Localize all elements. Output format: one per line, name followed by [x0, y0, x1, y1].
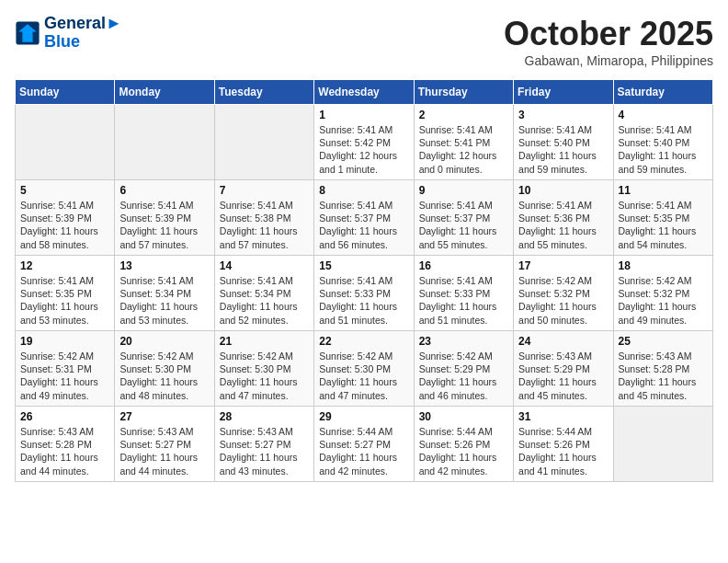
calendar-cell: 12Sunrise: 5:41 AMSunset: 5:35 PMDayligh… [16, 256, 115, 331]
day-of-week-header: Monday [115, 80, 214, 105]
day-number: 11 [619, 184, 708, 197]
calendar-cell: 1Sunrise: 5:41 AMSunset: 5:42 PMDaylight… [314, 105, 414, 180]
day-number: 30 [419, 410, 508, 423]
day-info: Sunrise: 5:41 AMSunset: 5:35 PMDaylight:… [619, 199, 708, 251]
calendar-cell: 18Sunrise: 5:42 AMSunset: 5:32 PMDayligh… [613, 256, 712, 331]
day-of-week-header: Saturday [613, 80, 712, 105]
calendar-cell: 16Sunrise: 5:41 AMSunset: 5:33 PMDayligh… [414, 256, 513, 331]
calendar-cell: 21Sunrise: 5:42 AMSunset: 5:30 PMDayligh… [214, 331, 313, 407]
calendar-cell: 19Sunrise: 5:42 AMSunset: 5:31 PMDayligh… [16, 331, 115, 407]
day-info: Sunrise: 5:41 AMSunset: 5:42 PMDaylight:… [319, 123, 408, 176]
day-of-week-header: Thursday [414, 80, 513, 105]
day-number: 31 [518, 410, 608, 423]
day-info: Sunrise: 5:43 AMSunset: 5:29 PMDaylight:… [518, 350, 608, 402]
logo-text: General► Blue [44, 15, 122, 52]
day-number: 20 [119, 335, 209, 348]
day-number: 2 [419, 109, 508, 121]
page-header: General► Blue October 2025 Gabawan, Mima… [15, 15, 713, 68]
calendar-cell: 4Sunrise: 5:41 AMSunset: 5:40 PMDaylight… [613, 105, 712, 180]
day-number: 29 [319, 410, 408, 423]
day-info: Sunrise: 5:41 AMSunset: 5:40 PMDaylight:… [518, 123, 608, 176]
calendar-cell: 28Sunrise: 5:43 AMSunset: 5:27 PMDayligh… [214, 407, 313, 482]
day-number: 24 [518, 335, 608, 348]
calendar-week-row: 1Sunrise: 5:41 AMSunset: 5:42 PMDaylight… [16, 105, 713, 180]
calendar-cell: 14Sunrise: 5:41 AMSunset: 5:34 PMDayligh… [214, 256, 313, 331]
day-info: Sunrise: 5:43 AMSunset: 5:28 PMDaylight:… [20, 425, 109, 477]
day-info: Sunrise: 5:42 AMSunset: 5:29 PMDaylight:… [419, 350, 508, 402]
calendar-cell: 20Sunrise: 5:42 AMSunset: 5:30 PMDayligh… [115, 331, 214, 407]
day-info: Sunrise: 5:42 AMSunset: 5:32 PMDaylight:… [518, 274, 608, 327]
calendar-cell: 6Sunrise: 5:41 AMSunset: 5:39 PMDaylight… [115, 180, 214, 256]
day-info: Sunrise: 5:41 AMSunset: 5:37 PMDaylight:… [319, 199, 408, 251]
calendar-cell: 10Sunrise: 5:41 AMSunset: 5:36 PMDayligh… [514, 180, 613, 256]
day-info: Sunrise: 5:41 AMSunset: 5:35 PMDaylight:… [20, 274, 109, 327]
calendar-cell: 11Sunrise: 5:41 AMSunset: 5:35 PMDayligh… [613, 180, 712, 256]
calendar-week-row: 5Sunrise: 5:41 AMSunset: 5:39 PMDaylight… [16, 180, 713, 256]
calendar-cell: 22Sunrise: 5:42 AMSunset: 5:30 PMDayligh… [314, 331, 414, 407]
calendar-cell: 17Sunrise: 5:42 AMSunset: 5:32 PMDayligh… [514, 256, 613, 331]
day-number: 17 [518, 259, 608, 272]
day-number: 9 [419, 184, 508, 197]
calendar-week-row: 12Sunrise: 5:41 AMSunset: 5:35 PMDayligh… [16, 256, 713, 331]
day-info: Sunrise: 5:44 AMSunset: 5:26 PMDaylight:… [419, 425, 508, 477]
day-info: Sunrise: 5:43 AMSunset: 5:28 PMDaylight:… [619, 350, 708, 402]
day-number: 12 [20, 259, 109, 272]
calendar-cell: 31Sunrise: 5:44 AMSunset: 5:26 PMDayligh… [514, 407, 613, 482]
day-info: Sunrise: 5:44 AMSunset: 5:26 PMDaylight:… [518, 425, 608, 477]
day-info: Sunrise: 5:42 AMSunset: 5:31 PMDaylight:… [20, 350, 109, 402]
calendar-cell: 24Sunrise: 5:43 AMSunset: 5:29 PMDayligh… [514, 331, 613, 407]
day-number: 1 [319, 109, 408, 121]
day-number: 15 [319, 259, 408, 272]
day-of-week-header: Tuesday [214, 80, 313, 105]
day-number: 19 [20, 335, 109, 348]
day-info: Sunrise: 5:42 AMSunset: 5:30 PMDaylight:… [119, 350, 209, 402]
day-number: 22 [319, 335, 408, 348]
calendar-cell: 23Sunrise: 5:42 AMSunset: 5:29 PMDayligh… [414, 331, 513, 407]
day-number: 25 [619, 335, 708, 348]
month-title: October 2025 [504, 15, 713, 53]
day-info: Sunrise: 5:44 AMSunset: 5:27 PMDaylight:… [319, 425, 408, 477]
calendar-cell: 26Sunrise: 5:43 AMSunset: 5:28 PMDayligh… [16, 407, 115, 482]
day-info: Sunrise: 5:42 AMSunset: 5:32 PMDaylight:… [619, 274, 708, 327]
calendar-cell [115, 105, 214, 180]
day-info: Sunrise: 5:41 AMSunset: 5:39 PMDaylight:… [119, 199, 209, 251]
day-info: Sunrise: 5:41 AMSunset: 5:34 PMDaylight:… [220, 274, 309, 327]
day-number: 14 [220, 259, 309, 272]
calendar-week-row: 26Sunrise: 5:43 AMSunset: 5:28 PMDayligh… [16, 407, 713, 482]
day-number: 23 [419, 335, 508, 348]
calendar-cell: 8Sunrise: 5:41 AMSunset: 5:37 PMDaylight… [314, 180, 414, 256]
calendar-cell: 25Sunrise: 5:43 AMSunset: 5:28 PMDayligh… [613, 331, 712, 407]
calendar-week-row: 19Sunrise: 5:42 AMSunset: 5:31 PMDayligh… [16, 331, 713, 407]
day-number: 8 [319, 184, 408, 197]
calendar-cell: 27Sunrise: 5:43 AMSunset: 5:27 PMDayligh… [115, 407, 214, 482]
day-number: 26 [20, 410, 109, 423]
calendar-header-row: SundayMondayTuesdayWednesdayThursdayFrid… [16, 80, 713, 105]
title-block: October 2025 Gabawan, Mimaropa, Philippi… [504, 15, 713, 68]
day-of-week-header: Friday [514, 80, 613, 105]
logo: General► Blue [15, 15, 122, 52]
calendar-cell: 30Sunrise: 5:44 AMSunset: 5:26 PMDayligh… [414, 407, 513, 482]
calendar-cell: 29Sunrise: 5:44 AMSunset: 5:27 PMDayligh… [314, 407, 414, 482]
day-info: Sunrise: 5:41 AMSunset: 5:38 PMDaylight:… [220, 199, 309, 251]
day-number: 16 [419, 259, 508, 272]
logo-icon [15, 20, 40, 46]
day-info: Sunrise: 5:41 AMSunset: 5:34 PMDaylight:… [119, 274, 209, 327]
calendar-cell [613, 407, 712, 482]
day-number: 28 [220, 410, 309, 423]
calendar-table: SundayMondayTuesdayWednesdayThursdayFrid… [15, 79, 713, 482]
day-of-week-header: Wednesday [314, 80, 414, 105]
day-number: 7 [220, 184, 309, 197]
day-number: 5 [20, 184, 109, 197]
calendar-cell: 2Sunrise: 5:41 AMSunset: 5:41 PMDaylight… [414, 105, 513, 180]
day-info: Sunrise: 5:42 AMSunset: 5:30 PMDaylight:… [319, 350, 408, 402]
calendar-body: 1Sunrise: 5:41 AMSunset: 5:42 PMDaylight… [16, 105, 713, 482]
day-info: Sunrise: 5:41 AMSunset: 5:37 PMDaylight:… [419, 199, 508, 251]
day-info: Sunrise: 5:41 AMSunset: 5:33 PMDaylight:… [319, 274, 408, 327]
location: Gabawan, Mimaropa, Philippines [504, 53, 713, 68]
day-number: 27 [119, 410, 209, 423]
day-info: Sunrise: 5:41 AMSunset: 5:41 PMDaylight:… [419, 123, 508, 176]
day-info: Sunrise: 5:41 AMSunset: 5:40 PMDaylight:… [619, 123, 708, 176]
day-number: 6 [119, 184, 209, 197]
day-number: 18 [619, 259, 708, 272]
calendar-cell: 15Sunrise: 5:41 AMSunset: 5:33 PMDayligh… [314, 256, 414, 331]
